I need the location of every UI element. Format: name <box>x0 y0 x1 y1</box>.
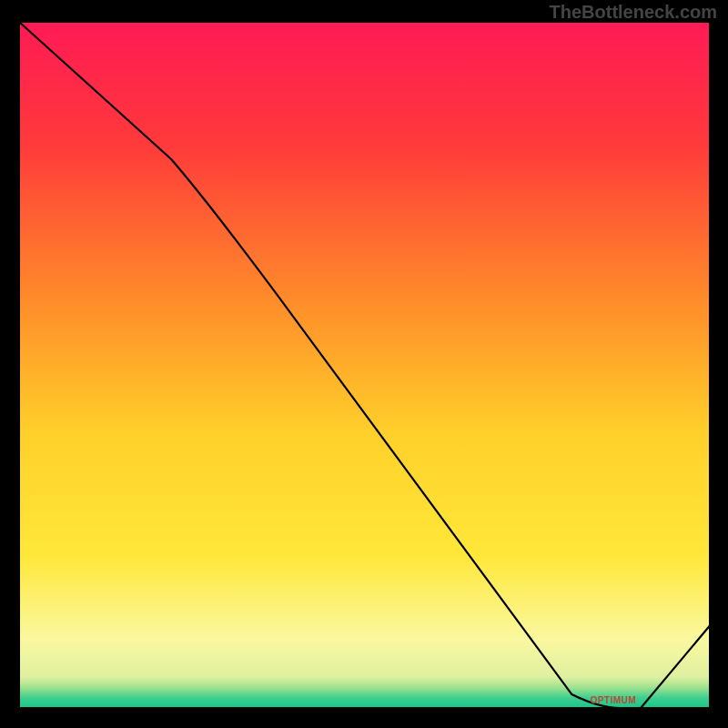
x-axis-marker-label: OPTIMUM <box>559 695 668 705</box>
chart-svg <box>0 0 728 728</box>
watermark-text: TheBottleneck.com <box>550 2 717 23</box>
chart-stage: TheBottleneck.com OPTIMUM <box>0 0 728 728</box>
plot-background <box>19 22 710 708</box>
